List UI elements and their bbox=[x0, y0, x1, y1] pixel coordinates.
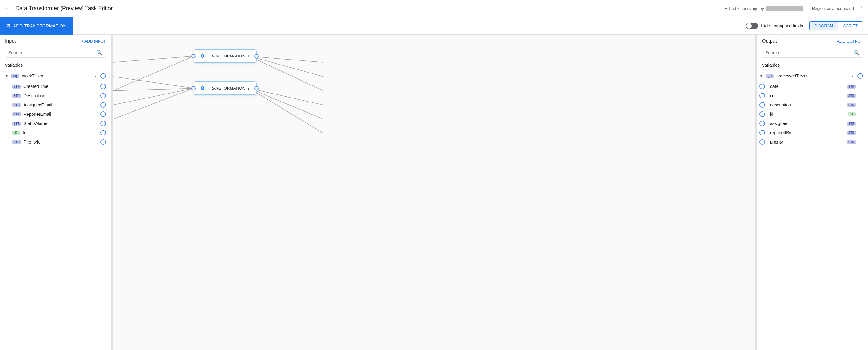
node-gear-icon-1: ⚙ bbox=[200, 53, 205, 59]
output-parent-menu-icon[interactable]: ⋮ bbox=[849, 73, 855, 79]
child-connector bbox=[760, 121, 765, 126]
child-name: ReporterEmail bbox=[24, 112, 98, 117]
input-variable-group: ▼ {J} mockTicket ⋮ STR CreatedTime STR D… bbox=[0, 70, 111, 147]
svg-line-9 bbox=[249, 88, 323, 105]
child-type-badge: D bbox=[847, 112, 856, 116]
output-variables-label: Variables bbox=[757, 62, 868, 70]
page-title: Data Transformer (Preview) Task Editor bbox=[16, 5, 721, 12]
input-panel-header: Input + ADD INPUT bbox=[0, 35, 111, 47]
child-connector bbox=[760, 139, 765, 145]
input-panel-title: Input bbox=[5, 38, 79, 44]
input-variables-label: Variables bbox=[0, 62, 111, 70]
output-parent-connector bbox=[858, 73, 863, 79]
list-item: STR cc bbox=[757, 91, 868, 100]
hide-unmapped-toggle[interactable] bbox=[746, 23, 758, 29]
back-button[interactable]: ← bbox=[5, 5, 12, 13]
input-search-box: 🔍 bbox=[5, 47, 106, 58]
node-right-connector-2 bbox=[254, 86, 259, 91]
input-parent-menu-icon[interactable]: ⋮ bbox=[92, 73, 98, 79]
view-tabs: DIAGRAM SCRIPT bbox=[809, 21, 863, 30]
edited-text: Edited 2 hours ago by bbox=[724, 6, 764, 11]
child-type-badge: STR bbox=[847, 103, 856, 107]
child-type-badge: STR bbox=[12, 84, 21, 89]
child-name: AssigneeEmail bbox=[24, 102, 98, 107]
chevron-down-icon: ▼ bbox=[5, 74, 9, 78]
svg-line-5 bbox=[113, 88, 193, 119]
toolbar: ⚙ ADD TRANSFORMATION Hide unmapped field… bbox=[0, 17, 868, 35]
add-input-button[interactable]: + ADD INPUT bbox=[81, 39, 106, 43]
svg-line-1 bbox=[113, 76, 193, 88]
child-name: priority bbox=[770, 140, 844, 144]
list-item: STR PriorityId bbox=[0, 137, 111, 147]
chevron-down-icon: ▼ bbox=[760, 74, 763, 78]
output-search-box: 🔍 bbox=[762, 47, 863, 58]
child-connector bbox=[100, 121, 106, 126]
region-text: Region: asia-northeast1 bbox=[812, 6, 855, 11]
child-connector bbox=[100, 102, 106, 108]
child-name: description bbox=[770, 102, 844, 107]
diagram-tab[interactable]: DIAGRAM bbox=[810, 22, 838, 30]
child-type-badge: STR bbox=[847, 131, 856, 135]
transformation-node-2[interactable]: ⚙ TRANSFORMATION_2 bbox=[193, 81, 256, 95]
svg-line-3 bbox=[113, 88, 193, 91]
child-name: StatusName bbox=[24, 121, 98, 126]
toggle-container: Hide unmapped fields bbox=[746, 23, 803, 29]
list-item: STR reportedBy bbox=[757, 128, 868, 137]
child-connector bbox=[100, 93, 106, 99]
child-type-badge: STR bbox=[847, 94, 856, 98]
output-panel: Output + ADD OUTPUT 🔍 Variables ▼ {J} pr… bbox=[757, 35, 868, 350]
list-item: D id bbox=[757, 110, 868, 119]
output-parent-name: processedTicket bbox=[776, 73, 847, 78]
output-parent-type-badge: {J} bbox=[766, 74, 774, 78]
child-type-badge: STR bbox=[12, 121, 21, 126]
child-name: date bbox=[770, 84, 844, 89]
add-output-button[interactable]: + ADD OUTPUT bbox=[834, 39, 863, 43]
input-panel: Input + ADD INPUT 🔍 Variables ▼ {J} mock… bbox=[0, 35, 111, 350]
output-panel-header: Output + ADD OUTPUT bbox=[757, 35, 868, 47]
child-type-badge: STR bbox=[12, 140, 21, 144]
transformation-node-1[interactable]: ⚙ TRANSFORMATION_1 bbox=[193, 49, 256, 63]
add-transformation-button[interactable]: ⚙ ADD TRANSFORMATION bbox=[0, 17, 73, 35]
node-left-connector-1 bbox=[191, 54, 196, 58]
list-item: STR CreatedTime bbox=[0, 82, 111, 91]
list-item: STR assignee bbox=[757, 119, 868, 128]
header: ← Data Transformer (Preview) Task Editor… bbox=[0, 0, 868, 17]
list-item: STR description bbox=[757, 100, 868, 110]
child-type-badge: D bbox=[12, 131, 21, 135]
output-variable-parent[interactable]: ▼ {J} processedTicket ⋮ bbox=[757, 70, 868, 82]
input-variable-parent[interactable]: ▼ {J} mockTicket ⋮ bbox=[0, 70, 111, 82]
child-name: reportedBy bbox=[770, 130, 844, 135]
node-left-connector-2 bbox=[191, 86, 196, 91]
child-type-badge: STR bbox=[847, 121, 856, 126]
child-type-badge: STR bbox=[12, 94, 21, 98]
child-connector bbox=[760, 93, 765, 99]
output-search-input[interactable] bbox=[765, 50, 851, 55]
header-meta: Edited 2 hours ago by bbox=[724, 6, 803, 11]
child-connector bbox=[100, 139, 106, 145]
transformation-node-2-label: TRANSFORMATION_2 bbox=[208, 86, 250, 91]
info-icon[interactable]: ℹ bbox=[861, 5, 863, 12]
input-parent-connector bbox=[100, 73, 106, 79]
input-search-icon: 🔍 bbox=[96, 50, 103, 56]
node-gear-icon-2: ⚙ bbox=[200, 85, 205, 91]
add-transformation-label: ADD TRANSFORMATION bbox=[13, 24, 67, 28]
output-variable-group: ▼ {J} processedTicket ⋮ STR date STR cc … bbox=[757, 70, 868, 147]
output-panel-title: Output bbox=[762, 38, 831, 44]
child-connector bbox=[760, 130, 765, 136]
input-search-input[interactable] bbox=[8, 50, 94, 55]
output-search-icon: 🔍 bbox=[854, 50, 860, 56]
child-name: assignee bbox=[770, 121, 844, 126]
transformation-node-1-label: TRANSFORMATION_1 bbox=[208, 54, 250, 58]
child-type-badge: STR bbox=[847, 84, 856, 89]
child-connector bbox=[760, 111, 765, 117]
main-layout: Input + ADD INPUT 🔍 Variables ▼ {J} mock… bbox=[0, 35, 868, 350]
list-item: STR AssigneeEmail bbox=[0, 100, 111, 110]
script-tab[interactable]: SCRIPT bbox=[838, 22, 863, 30]
child-connector bbox=[100, 84, 106, 89]
toggle-thumb bbox=[746, 23, 752, 29]
input-parent-name: mockTicket bbox=[22, 73, 90, 78]
child-type-badge: STR bbox=[12, 112, 21, 116]
canvas[interactable]: ⚙ TRANSFORMATION_1 ⚙ TRANSFORMATION_2 bbox=[113, 35, 755, 350]
gear-icon: ⚙ bbox=[6, 23, 11, 29]
list-item: D Id bbox=[0, 128, 111, 137]
